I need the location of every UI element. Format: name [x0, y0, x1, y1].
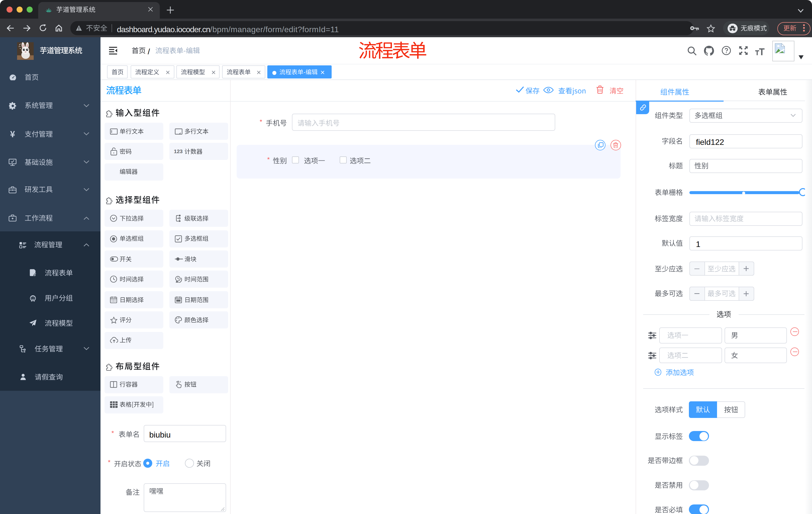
svg-text:123: 123	[174, 148, 183, 154]
